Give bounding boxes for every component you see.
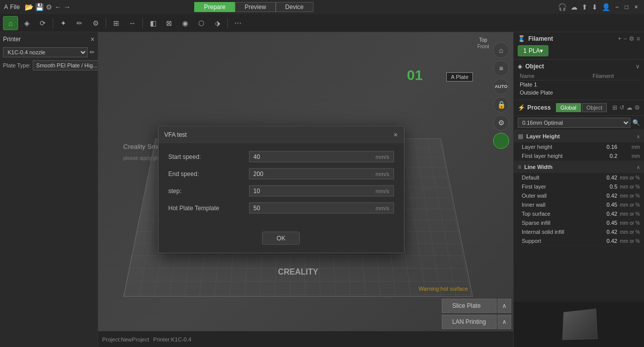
tab-object[interactable]: Object (582, 103, 607, 112)
app-logo[interactable]: A (4, 4, 8, 11)
nav-back-icon[interactable]: ← (54, 3, 61, 11)
minimize-btn[interactable]: − (613, 4, 621, 11)
dialog-close-btn[interactable]: × (393, 131, 397, 139)
first-layer-height-value[interactable]: 0.2 (597, 153, 617, 159)
seam-tool-btn[interactable]: ◉ (178, 16, 193, 30)
table-row: Plate 1 (518, 80, 640, 89)
list-view-btn[interactable]: ≡ (493, 60, 509, 76)
rp-preview (514, 302, 644, 347)
process-preset-select[interactable]: 0.16mm Optimal 0.12mm Fine 0.20mm Standa… (518, 118, 630, 128)
plate-number: 01 (407, 67, 423, 83)
settings-view-btn[interactable]: ⚙ (493, 115, 509, 131)
dialog-row-3: Hot Plate Template mm/s (169, 203, 394, 214)
upload-icon[interactable]: ⬆ (582, 3, 588, 11)
lan-printing-btn[interactable]: LAN Printing (442, 315, 497, 329)
toolbar-sep-2 (106, 18, 106, 28)
cloud-icon[interactable]: ☁ (571, 3, 578, 11)
green-status-btn[interactable] (493, 133, 509, 149)
process-action-settings[interactable]: ⚙ (634, 104, 640, 111)
dialog-input-0[interactable] (254, 153, 374, 160)
wipe-tool-btn[interactable]: ⊠ (162, 16, 177, 30)
filament-remove-btn[interactable]: − (623, 35, 627, 42)
home-tool-btn[interactable]: ⌂ (3, 16, 18, 30)
printer-panel-close[interactable]: × (91, 35, 95, 43)
line-width-group-header[interactable]: ≡ Line Width ∧ (514, 161, 644, 173)
nav-settings-icon[interactable]: ⚙ (46, 3, 52, 11)
dialog-input-1[interactable] (254, 170, 374, 178)
dialog-ok-btn[interactable]: OK (262, 232, 300, 245)
lw-inner-wall-value[interactable]: 0.45 (597, 202, 617, 208)
nozzle-select[interactable]: K1C-0.4 nozzle (3, 47, 88, 57)
prepare-tab[interactable]: Prepare (194, 2, 235, 12)
process-action-grid[interactable]: ⊞ (612, 104, 617, 111)
user-icon[interactable]: 👤 (602, 3, 610, 11)
orient-tool-btn[interactable]: ⟳ (35, 16, 50, 30)
obj-row-0-filament (591, 80, 640, 89)
line-width-group-title: Line Width (524, 164, 633, 170)
layer-height-group-header[interactable]: ▦ Layer Height ∧ (514, 130, 644, 142)
filament-add-btn[interactable]: + (618, 35, 621, 42)
layer-height-value[interactable]: 0.16 (597, 144, 617, 150)
nav-save-icon[interactable]: 💾 (35, 3, 44, 11)
process-search-icon[interactable]: 🔍 (632, 119, 640, 126)
lw-default-value[interactable]: 0.42 (597, 175, 617, 181)
lock-view-btn[interactable]: 🔒 (493, 97, 509, 113)
layer-height-unit: mm (617, 144, 640, 150)
headphone-icon[interactable]: 🎧 (558, 3, 567, 11)
slice-plate-btn[interactable]: Slice Plate (442, 299, 497, 313)
auto-view-btn[interactable]: AUTO (493, 78, 509, 95)
device-tab[interactable]: Device (276, 2, 313, 12)
nozzle-edit-btn[interactable]: ✏ (90, 49, 95, 56)
line-width-toggle[interactable]: ∧ (636, 164, 640, 170)
nav-open-icon[interactable]: 📂 (25, 3, 33, 11)
lw-sparse-infill-value[interactable]: 0.45 (597, 220, 617, 226)
fuzzy-tool-btn[interactable]: ⬡ (194, 16, 209, 30)
vfa-dialog: VFA test × Start speed: mm/s End speed: (158, 126, 405, 253)
dialog-input-3[interactable] (254, 205, 374, 212)
file-menu[interactable]: File (10, 4, 20, 11)
obj-row-1-filament (591, 89, 640, 97)
lw-outer-wall-value[interactable]: 0.42 (597, 193, 617, 199)
lw-first-layer-row: First layer 0.5 mm or % (514, 182, 644, 191)
toolbar: ⌂ ◈ ⟳ ✦ ✏ ⚙ ⊞ ↔ ◧ ⊠ ◉ ⬡ ⬗ ⋯ (0, 14, 644, 32)
dialog-input-2[interactable] (254, 188, 374, 195)
plate-type-select[interactable]: Smooth PEI Plate / Hig... (33, 60, 107, 70)
lw-first-layer-value[interactable]: 0.5 (597, 184, 617, 190)
printer-panel-header: Printer × (3, 35, 95, 43)
lw-support-value[interactable]: 0.42 (597, 238, 617, 244)
home-view-btn[interactable]: ⌂ (493, 42, 509, 58)
cut-tool-btn[interactable]: ✦ (56, 16, 71, 30)
filament-menu-btn[interactable]: ≡ (636, 35, 640, 42)
process-action-reset[interactable]: ↺ (619, 104, 624, 111)
more-tool-btn[interactable]: ⋯ (230, 16, 246, 30)
lw-top-surface-value[interactable]: 0.42 (597, 211, 617, 217)
process-action-cloud[interactable]: ☁ (626, 104, 632, 111)
dialog-row-2: step: mm/s (169, 186, 394, 197)
tab-global[interactable]: Global (556, 103, 581, 112)
nav-forward-icon[interactable]: → (63, 3, 70, 11)
model-tool-btn[interactable]: ◈ (19, 16, 34, 30)
filament-section-header: 🧵 Filament + − ⚙ ≡ (518, 35, 640, 42)
canvas-area[interactable]: 01 A Plate Creality Smooth PEI Plate ple… (98, 32, 513, 347)
support-tool-btn[interactable]: ⚙ (88, 16, 103, 30)
obj-row-1-name: Outside Plate (518, 89, 591, 97)
preview-tab[interactable]: Preview (235, 2, 276, 12)
dialog-row-1: End speed: mm/s (169, 168, 394, 180)
download-icon[interactable]: ⬇ (592, 3, 598, 11)
close-btn[interactable]: × (632, 4, 640, 11)
layer-tool-btn[interactable]: ⬗ (210, 16, 225, 30)
bottom-right-btns: Slice Plate ∧ LAN Printing ∧ (440, 297, 513, 331)
object-collapse-btn[interactable]: ∨ (635, 63, 640, 70)
slice-plate-arrow-btn[interactable]: ∧ (498, 299, 511, 313)
maximize-btn[interactable]: □ (623, 4, 630, 11)
slice-tool-btn[interactable]: ◧ (145, 16, 160, 30)
lan-arrow-btn[interactable]: ∧ (498, 315, 511, 329)
lw-internal-solid-value[interactable]: 0.42 (597, 229, 617, 235)
arrange-tool-btn[interactable]: ⊞ (109, 16, 124, 30)
layer-height-toggle[interactable]: ∧ (636, 134, 640, 139)
app-menu[interactable]: A File (4, 4, 20, 11)
filament-settings-btn[interactable]: ⚙ (629, 35, 634, 42)
filament-select-btn[interactable]: 1 PLA▾ (518, 45, 548, 56)
measure-tool-btn[interactable]: ↔ (125, 16, 140, 30)
paint-tool-btn[interactable]: ✏ (72, 16, 87, 30)
